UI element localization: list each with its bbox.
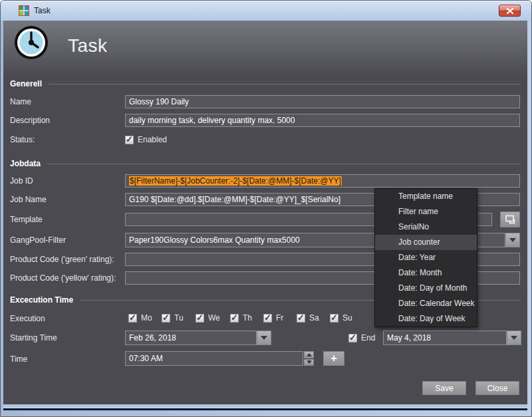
page-title: Task <box>68 35 108 57</box>
description-row: Description daily morning task, delivery… <box>10 114 520 127</box>
name-input[interactable]: Glossy 190 Daily <box>125 95 520 108</box>
template-browse-button[interactable] <box>500 211 520 227</box>
section-jobdata-title: Jobdata <box>10 159 41 168</box>
su-label: Su <box>342 313 352 323</box>
close-button[interactable]: Close <box>475 381 519 395</box>
mo-checkbox[interactable] <box>128 314 137 323</box>
we-checkbox[interactable] <box>196 314 204 323</box>
fr-label: Fr <box>276 313 283 323</box>
day-checkbox-tu: Tu <box>162 313 184 323</box>
time-spin-down-button[interactable] <box>304 359 314 366</box>
titlebar[interactable]: Task <box>1 1 531 21</box>
menu-item-date-month[interactable]: Date: Month <box>375 265 477 281</box>
day-checkbox-sa: Sa <box>297 313 319 323</box>
day-checkbox-fr: Fr <box>263 313 283 323</box>
execution-label: Execution <box>10 314 125 323</box>
variable-context-menu: Template name Filter name SerialNo Job c… <box>374 188 477 327</box>
app-window-icon <box>19 5 29 16</box>
job-id-input[interactable]: $[FilterName]-$[JobCounter:-2]-$[Date:@M… <box>125 174 520 188</box>
sa-label: Sa <box>309 313 319 323</box>
starting-time-row: Starting Time Feb 26, 2018 End May 4, 20… <box>10 331 520 345</box>
job-name-label: Job Name <box>10 195 125 204</box>
description-input[interactable]: daily morning task, delivery quantity ma… <box>125 114 520 127</box>
section-general-title: Generell <box>10 79 42 88</box>
time-spinner: 07:30 AM <box>125 351 314 366</box>
day-checkbox-th: Th <box>230 313 252 323</box>
menu-item-date-day-of-week[interactable]: Date: Day of Week <box>375 311 477 327</box>
close-icon <box>507 8 513 14</box>
gangpool-dropdown-arrow[interactable] <box>505 233 520 247</box>
status-row: Status: Enabled <box>10 135 520 144</box>
time-label: Time <box>10 354 125 364</box>
gangpool-label: GangPool-Filter <box>10 235 125 245</box>
section-execution-title: Excecution Time <box>10 295 73 305</box>
day-checkbox-we: We <box>196 313 220 323</box>
description-label: Description <box>10 116 125 125</box>
clock-icon <box>14 25 49 60</box>
status-label: Status: <box>10 135 125 144</box>
copy-template-icon <box>504 214 516 225</box>
window-bottom-frame <box>3 404 527 410</box>
end-date-dropdown-arrow[interactable] <box>507 331 521 345</box>
menu-item-serialno[interactable]: SerialNo <box>375 219 477 235</box>
menu-item-date-year[interactable]: Date: Year <box>375 250 477 265</box>
time-input[interactable]: 07:30 AM <box>125 351 303 366</box>
mo-label: Mo <box>141 313 152 323</box>
day-checkbox-mo: Mo <box>128 313 152 323</box>
window-close-button[interactable] <box>499 5 521 17</box>
product-green-label: Product Code ('green' rating): <box>10 255 125 264</box>
add-time-button[interactable]: + <box>323 351 344 366</box>
we-label: We <box>208 313 220 323</box>
starting-time-label: Starting Time <box>10 333 125 343</box>
job-id-selection: $[FilterName]-$[JobCounter:-2]-$[Date:@M… <box>129 176 342 186</box>
section-divider <box>49 84 520 84</box>
dialog-header: Task <box>3 21 527 75</box>
th-checkbox[interactable] <box>230 314 239 323</box>
enabled-checkbox[interactable] <box>125 136 134 144</box>
start-date-dropdown-arrow[interactable] <box>257 331 271 345</box>
save-button[interactable]: Save <box>422 381 466 395</box>
end-date-combobox: May 4, 2018 <box>383 331 521 345</box>
day-checkbox-su: Su <box>330 313 352 323</box>
window-title: Task <box>34 1 51 21</box>
name-label: Name <box>10 97 125 106</box>
menu-item-date-calendar-week[interactable]: Date: Calendar Week <box>375 296 477 311</box>
product-yellow-label: Product Code ('yellow' rating): <box>10 273 125 283</box>
su-checkbox[interactable] <box>330 314 338 323</box>
job-id-row: Job ID $[FilterName]-$[JobCounter:-2]-$[… <box>10 174 520 188</box>
start-date-combobox: Feb 26, 2018 <box>125 331 271 345</box>
section-divider <box>47 164 520 164</box>
section-general: Generell <box>10 79 520 88</box>
end-checkbox-item: End <box>348 333 375 343</box>
menu-item-date-day-of-month[interactable]: Date: Day of Month <box>375 281 477 296</box>
tu-label: Tu <box>174 313 184 323</box>
end-label: End <box>361 333 375 343</box>
section-jobdata: Jobdata <box>10 159 520 168</box>
th-label: Th <box>243 313 252 323</box>
start-date-value[interactable]: Feb 26, 2018 <box>125 331 257 345</box>
tu-checkbox[interactable] <box>162 314 170 323</box>
end-date-value[interactable]: May 4, 2018 <box>383 331 507 345</box>
name-row: Name Glossy 190 Daily <box>10 95 520 108</box>
enabled-checkbox-label: Enabled <box>138 135 167 144</box>
job-id-label: Job ID <box>10 176 125 186</box>
menu-item-template-name[interactable]: Template name <box>375 189 477 204</box>
template-label: Template <box>10 215 125 224</box>
time-row: Time 07:30 AM + <box>10 351 520 366</box>
dialog-body: Task Generell Name Glossy 190 Daily Desc… <box>3 21 527 410</box>
fr-checkbox[interactable] <box>263 314 272 323</box>
menu-item-filter-name[interactable]: Filter name <box>375 204 477 219</box>
menu-item-job-counter[interactable]: Job counter <box>375 235 477 250</box>
time-spin-up-button[interactable] <box>304 351 314 358</box>
footer: Save Close <box>10 381 520 395</box>
task-dialog: Task Task Generell <box>0 0 532 417</box>
sa-checkbox[interactable] <box>297 314 305 323</box>
end-checkbox[interactable] <box>348 334 357 343</box>
